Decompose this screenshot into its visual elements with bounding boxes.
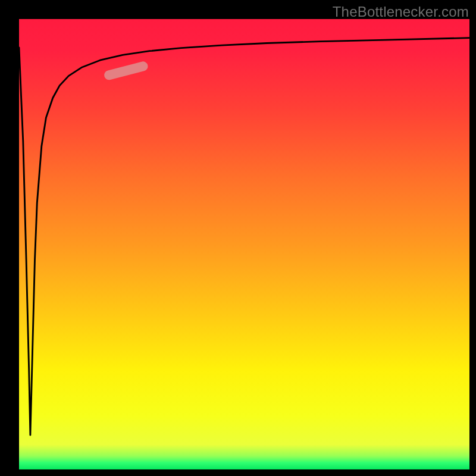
plot-area — [19, 19, 469, 457]
chart-frame: TheBottlenecker.com — [0, 0, 476, 476]
bottleneck-curve — [19, 38, 469, 436]
curve-layer — [19, 19, 469, 457]
highlight-segment — [109, 66, 143, 75]
watermark-text: TheBottlenecker.com — [333, 4, 469, 20]
